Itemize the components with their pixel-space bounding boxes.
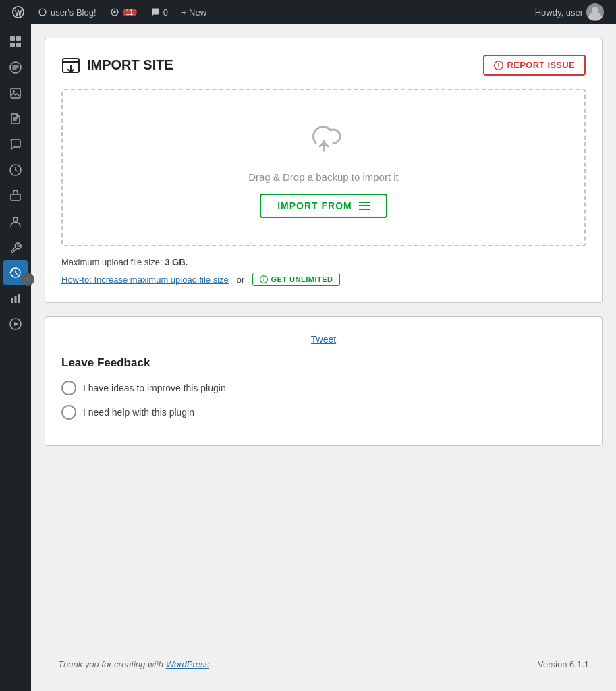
admin-bar: W user's Blog! 11 0 + New Howdy, user — [0, 0, 616, 24]
footer-version: Version 6.1.1 — [538, 659, 589, 669]
updates-button[interactable]: 11 — [103, 0, 144, 24]
new-button[interactable]: + New — [175, 0, 213, 24]
update-count: 11 — [123, 9, 137, 16]
svg-rect-5 — [10, 43, 15, 47]
sidebar-item-posts[interactable] — [3, 55, 28, 80]
warning-icon — [494, 61, 503, 70]
content-spacer — [45, 460, 603, 651]
page-content: IMPORT SITE REPORT ISSUE Drag & Drop a b… — [31, 24, 616, 691]
howdy-button[interactable]: Howdy, user — [528, 0, 611, 24]
sidebar-item-play[interactable] — [3, 312, 28, 336]
cloud-upload-icon — [304, 117, 344, 161]
feedback-option-2-label: I need help with this plugin — [83, 407, 194, 418]
import-icon — [61, 56, 80, 75]
feedback-option-1-label: I have ideas to improve this plugin — [83, 383, 226, 393]
svg-rect-3 — [10, 36, 15, 41]
svg-rect-11 — [11, 298, 13, 303]
feedback-option-1[interactable]: I have ideas to improve this plugin — [61, 381, 586, 395]
file-size-actions: How-to: Increase maximum upload file siz… — [61, 273, 586, 286]
get-unlimited-button[interactable]: GET UNLIMITED — [252, 273, 340, 286]
sidebar-item-plugins[interactable] — [3, 184, 28, 208]
svg-rect-4 — [16, 36, 21, 41]
import-from-label: IMPORT FROM — [277, 200, 352, 211]
drop-zone[interactable]: Drag & Drop a backup to import it IMPORT… — [61, 89, 586, 246]
import-title: IMPORT SITE — [61, 56, 173, 75]
menu-lines-icon — [359, 202, 370, 210]
svg-rect-6 — [16, 43, 21, 47]
sidebar-item-pages[interactable] — [3, 107, 28, 131]
footer-prefix: Thank you for creating with — [58, 659, 163, 669]
sidebar-item-appearance[interactable] — [3, 158, 28, 182]
site-name-button[interactable]: user's Blog! — [31, 0, 103, 24]
radio-button-1[interactable] — [61, 381, 76, 395]
howdy-text: Howdy, user — [535, 7, 583, 18]
comments-button[interactable]: 0 — [144, 0, 175, 24]
sidebar-item-tools[interactable] — [3, 235, 28, 259]
svg-point-18 — [498, 67, 499, 67]
tweet-link[interactable]: Tweet — [311, 334, 336, 345]
import-site-label: IMPORT SITE — [87, 57, 173, 73]
info-icon — [260, 275, 268, 283]
svg-rect-13 — [18, 294, 20, 303]
svg-point-8 — [13, 90, 15, 92]
import-site-card: IMPORT SITE REPORT ISSUE Drag & Drop a b… — [45, 38, 603, 303]
drop-zone-text: Drag & Drop a backup to import it — [248, 171, 399, 183]
import-header: IMPORT SITE REPORT ISSUE — [61, 55, 586, 76]
import-from-button[interactable]: IMPORT FROM — [260, 194, 387, 218]
sidebar-collapse-arrow[interactable]: › — [21, 273, 34, 286]
file-size-label: Maximum upload file size: — [61, 257, 163, 267]
sidebar-item-dashboard[interactable] — [3, 30, 28, 54]
how-to-link[interactable]: How-to: Increase maximum upload file siz… — [61, 275, 229, 285]
svg-rect-12 — [15, 296, 17, 303]
new-label: + New — [181, 7, 206, 18]
feedback-tweet-area: Tweet — [61, 333, 586, 346]
svg-rect-17 — [498, 63, 499, 66]
svg-rect-9 — [11, 194, 20, 200]
site-name: user's Blog! — [51, 7, 96, 18]
svg-point-10 — [13, 217, 18, 221]
admin-menu: › — [0, 24, 31, 691]
svg-text:W: W — [15, 9, 22, 17]
sidebar-item-comments[interactable] — [3, 132, 28, 157]
feedback-card: Tweet Leave Feedback I have ideas to imp… — [45, 316, 603, 446]
file-size-info: Maximum upload file size: 3 GB. — [61, 257, 586, 267]
sidebar-item-media[interactable] — [3, 81, 28, 105]
sidebar-item-users[interactable] — [3, 209, 28, 233]
or-text: or — [237, 275, 245, 285]
adminbar-right: Howdy, user — [528, 0, 611, 24]
wp-footer: Thank you for creating with WordPress . … — [45, 651, 603, 678]
radio-button-2[interactable] — [61, 405, 76, 420]
svg-rect-20 — [264, 279, 264, 281]
footer-suffix: . — [212, 659, 215, 669]
wp-main: › IMPORT SITE — [0, 24, 616, 691]
sidebar-item-backup[interactable]: › — [3, 260, 28, 285]
sidebar-item-stats[interactable] — [3, 286, 28, 310]
feedback-title: Leave Feedback — [61, 356, 586, 370]
get-unlimited-label: GET UNLIMITED — [271, 275, 333, 283]
avatar — [586, 3, 604, 21]
report-issue-button[interactable]: REPORT ISSUE — [483, 55, 586, 76]
footer-credit: Thank you for creating with WordPress . — [58, 659, 214, 669]
comments-count: 0 — [163, 7, 168, 18]
svg-point-21 — [264, 277, 264, 278]
report-issue-label: REPORT ISSUE — [507, 60, 575, 70]
wp-logo-button[interactable]: W — [5, 0, 31, 24]
file-size-value: 3 GB. — [165, 257, 188, 267]
footer-wp-link[interactable]: WordPress — [166, 659, 209, 669]
feedback-option-2[interactable]: I need help with this plugin — [61, 405, 586, 420]
